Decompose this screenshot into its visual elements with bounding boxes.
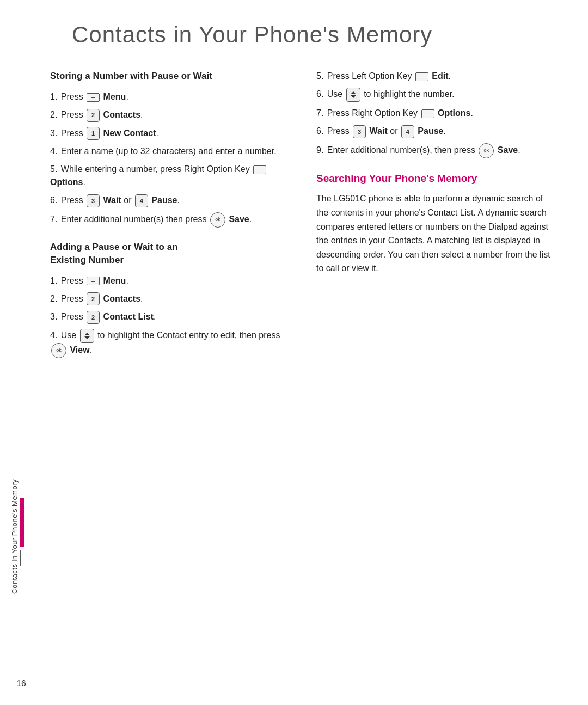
- sidebar-text: Contacts in Your Phone's Memory: [10, 479, 19, 594]
- step-1-5: 5. While entering a number, press Right …: [50, 163, 289, 189]
- step-2-1: 1. Press – Menu.: [50, 274, 289, 287]
- contacts-key-icon-2: 2: [87, 292, 100, 305]
- svg-marker-1: [84, 336, 90, 339]
- right-column: 5. Press Left Option Key – Edit. 6. Use: [316, 70, 555, 371]
- wait-key-icon-2: 3: [353, 125, 366, 138]
- wait-key-icon-1: 3: [87, 194, 100, 207]
- section-storing: Storing a Number with Pause or Wait 1. P…: [50, 70, 289, 228]
- step-2-3: 3. Press 2 Contact List.: [50, 310, 289, 324]
- section4-heading: Searching Your Phone's Memory: [316, 171, 555, 186]
- main-content: Contacts in Your Phone's Memory Storing …: [28, 0, 588, 705]
- sidebar: Contacts in Your Phone's Memory: [0, 0, 28, 705]
- sidebar-line: [20, 550, 21, 566]
- menu-key-icon: –: [87, 93, 100, 102]
- section-adding: Adding a Pause or Wait to anExisting Num…: [50, 241, 289, 358]
- step-3-9: 9. Enter additional number(s), then pres…: [316, 143, 555, 158]
- svg-marker-0: [84, 333, 90, 335]
- section2-heading: Adding a Pause or Wait to anExisting Num…: [50, 241, 289, 267]
- step-1-6: 6. Press 3 Wait or 4 Pause.: [50, 194, 289, 207]
- step-2-2: 2. Press 2 Contacts.: [50, 292, 289, 306]
- step-3-7: 7. Press Right Option Key – Options.: [316, 107, 555, 120]
- step-1-1: 1. Press – Menu.: [50, 90, 289, 103]
- step-1-7: 7. Enter additional number(s) then press…: [50, 212, 289, 228]
- section1-steps: 1. Press – Menu. 2. Press 2 Con: [50, 90, 289, 228]
- step-3-6: 6. Use to highlight the number.: [316, 88, 555, 102]
- section4-paragraph: The LG501C phone is able to perform a dy…: [316, 192, 555, 275]
- view-ok-icon: ok: [51, 343, 66, 358]
- page-title: Contacts in Your Phone's Memory: [72, 22, 555, 48]
- section-searching: Searching Your Phone's Memory The LG501C…: [316, 171, 555, 275]
- step-2-4: 4. Use to highlight the Contact entry to…: [50, 329, 289, 358]
- section2-steps: 1. Press – Menu. 2. Press 2 Con: [50, 274, 289, 359]
- sidebar-accent-bar: [20, 498, 24, 547]
- option-key-icon-1: –: [253, 165, 266, 174]
- section3-steps: 5. Press Left Option Key – Edit. 6. Use: [316, 70, 555, 158]
- step-1-4: 4. Enter a name (up to 32 characters) an…: [50, 145, 289, 158]
- svg-marker-2: [351, 91, 356, 94]
- pause-key-icon-1: 4: [135, 194, 148, 207]
- section1-heading: Storing a Number with Pause or Wait: [50, 70, 289, 83]
- step-3-8: 6. Press 3 Wait or 4 Pause.: [316, 125, 555, 138]
- step-1-2: 2. Press 2 Contacts.: [50, 108, 289, 122]
- nav-updown-icon-1: [80, 329, 94, 343]
- page-number: 16: [16, 679, 26, 689]
- save-ok-icon-1: ok: [210, 212, 225, 228]
- contactlist-key-icon: 2: [87, 311, 100, 324]
- newcontact-key-icon: 1: [87, 127, 100, 140]
- pause-key-icon-2: 4: [401, 125, 414, 138]
- svg-marker-3: [351, 95, 356, 98]
- nav-updown-icon-2: [346, 88, 360, 102]
- contacts-key-icon: 2: [87, 109, 100, 122]
- step-1-3: 3. Press 1 New Contact.: [50, 127, 289, 140]
- save-ok-icon-2: ok: [479, 143, 494, 158]
- leftoption-key-icon: –: [415, 72, 428, 81]
- menu-key-icon-2: –: [87, 277, 100, 285]
- rightoption-key-icon: –: [421, 109, 434, 118]
- left-column: Storing a Number with Pause or Wait 1. P…: [50, 70, 289, 371]
- step-3-5: 5. Press Left Option Key – Edit.: [316, 70, 555, 83]
